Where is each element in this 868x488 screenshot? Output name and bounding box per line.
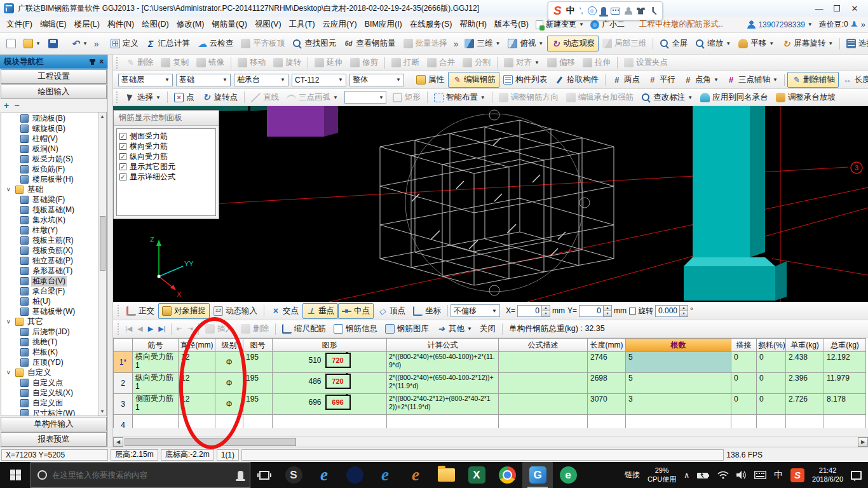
- toolbar-button[interactable]: 俯视▼: [504, 36, 547, 51]
- prev-record-button[interactable]: ◀: [135, 324, 145, 334]
- menu-item[interactable]: 构件(N): [104, 17, 138, 32]
- formula-desc-cell[interactable]: [499, 394, 588, 415]
- toolbar-grip[interactable]: [118, 305, 121, 316]
- total-weight-cell[interactable]: 11.979: [824, 373, 866, 394]
- grade-cell[interactable]: Φ: [215, 373, 243, 394]
- length-cell[interactable]: 2746: [588, 352, 626, 373]
- shape-cell[interactable]: 696696: [273, 394, 387, 415]
- tree-item[interactable]: ∨ 基础板带(W): [1, 306, 98, 316]
- toolbar-button[interactable]: 两点: [608, 72, 644, 88]
- toolbar-button[interactable]: 复制: [157, 55, 193, 71]
- diameter-cell[interactable]: [179, 415, 215, 429]
- rotate-input[interactable]: 0.000▲▼: [655, 305, 688, 317]
- toolbar-button[interactable]: 平移▼: [735, 36, 778, 51]
- toolbar-button[interactable]: 删除辅轴: [787, 72, 839, 88]
- shape-cell[interactable]: 486720: [273, 373, 387, 394]
- toolbar-button[interactable]: 屏幕旋转▼: [778, 36, 837, 51]
- toolbar-button[interactable]: 三维▼: [461, 36, 504, 51]
- snap-toggle-button[interactable]: 动态输入: [210, 303, 261, 319]
- gizmo-handle[interactable]: [489, 285, 499, 295]
- tree-item[interactable]: ∨ 柱墩(Y): [1, 225, 98, 235]
- toolbar-button[interactable]: 其他▼: [433, 321, 476, 337]
- shape-code-cell[interactable]: 195: [243, 394, 273, 415]
- diameter-cell[interactable]: 12: [179, 373, 215, 394]
- rebar-name-cell[interactable]: 侧面受力筋1: [133, 394, 179, 415]
- row-number-cell[interactable]: 2: [114, 373, 133, 394]
- sogou-tray-icon[interactable]: S: [790, 468, 804, 482]
- x-offset-input[interactable]: 0▲▼: [517, 305, 550, 317]
- toolbar-button[interactable]: 移动: [234, 55, 269, 71]
- tree-item[interactable]: ∨ 螺旋板(B): [1, 123, 98, 133]
- cost-bean[interactable]: 造价豆:0: [816, 19, 861, 30]
- toolbar-button[interactable]: 汇总计算: [142, 36, 194, 51]
- loss-cell[interactable]: 0: [757, 352, 786, 373]
- tree-item[interactable]: ∨ 板负筋(F): [1, 164, 98, 174]
- formula-desc-cell[interactable]: [499, 352, 588, 373]
- orbit-gizmo-circle[interactable]: [405, 114, 583, 292]
- taskbar-app-excel[interactable]: X: [461, 462, 492, 488]
- tree-scrollbar[interactable]: ▲ ▼: [98, 112, 106, 416]
- tree-item[interactable]: ∨ 条形基础(T): [1, 266, 98, 276]
- length-cell[interactable]: 3070: [588, 394, 626, 415]
- panel-option[interactable]: ✓ 纵向受力筋: [119, 151, 213, 161]
- formula-desc-cell[interactable]: [499, 415, 588, 429]
- toolbar-button[interactable]: 长度标注▼: [839, 72, 868, 88]
- checkbox-checked-icon[interactable]: ✓: [119, 133, 126, 140]
- formula-cell[interactable]: 2*((800-2*40)+(650-40-100))+2*(11.9*d): [387, 352, 499, 373]
- unit-weight-cell[interactable]: [786, 415, 824, 429]
- count-cell[interactable]: [626, 415, 731, 429]
- rebar-name-cell[interactable]: [133, 415, 179, 429]
- diameter-cell[interactable]: 12: [179, 394, 215, 415]
- loss-cell[interactable]: 0: [757, 394, 786, 415]
- offset-select[interactable]: 不偏移▼: [451, 304, 500, 317]
- gizmo-handle[interactable]: [489, 110, 499, 120]
- toolbar-button[interactable]: 拉伸: [579, 55, 614, 71]
- tree-item[interactable]: ∨ 现浇板(B): [1, 113, 98, 123]
- loss-cell[interactable]: 0: [757, 373, 786, 394]
- column-header[interactable]: 计算公式: [387, 339, 499, 352]
- tree-item[interactable]: ∨ 桩承台(V): [1, 276, 98, 286]
- taskbar-app-file-explorer[interactable]: [431, 462, 461, 488]
- snap-toggle-button[interactable]: 交点: [267, 303, 302, 319]
- shape-code-cell[interactable]: [243, 415, 273, 429]
- lap-cell[interactable]: 0: [731, 352, 757, 373]
- toolbar-button[interactable]: 属性: [412, 72, 448, 88]
- formula-cell[interactable]: 2*((800-2*40)+(650-40-100-2*12))+2*(11.9…: [387, 373, 499, 394]
- toolbar-button[interactable]: 调整承台放坡: [772, 90, 839, 105]
- new-button[interactable]: [3, 36, 20, 51]
- count-cell[interactable]: 3: [626, 394, 731, 415]
- next-record-button[interactable]: ▶: [146, 324, 156, 334]
- tree-item[interactable]: ∨ 自定义: [1, 367, 98, 377]
- ime-skin-icon[interactable]: [637, 8, 645, 15]
- unit-weight-cell[interactable]: 2.438: [786, 352, 824, 373]
- tree-item[interactable]: ∨ 尺寸标注(W): [1, 408, 98, 416]
- save-button[interactable]: [44, 36, 62, 51]
- touch-keyboard-icon[interactable]: [754, 471, 766, 479]
- grade-cell[interactable]: [215, 415, 243, 429]
- count-cell[interactable]: 5: [626, 352, 731, 373]
- last-record-button[interactable]: ▶|: [156, 324, 168, 334]
- tree-item[interactable]: ∨ 筏板主筋(R): [1, 235, 98, 245]
- ime-mode-chinese[interactable]: 中: [566, 5, 575, 17]
- arc-style-combobox[interactable]: ▼: [344, 91, 386, 104]
- toolbar-button[interactable]: 构件列表: [499, 72, 551, 88]
- toolbar-button[interactable]: 删除: [237, 321, 273, 337]
- tree-item[interactable]: ∨ 栏板(K): [1, 347, 98, 357]
- toolbar-button[interactable]: 批量选择: [400, 36, 451, 51]
- redo-edit-button[interactable]: ⇥: [185, 324, 196, 334]
- tree-item[interactable]: ∨ 基础: [1, 184, 98, 194]
- toolbar-button[interactable]: 三点辅轴▼: [722, 72, 782, 88]
- axis-bubble-3[interactable]: 3: [851, 162, 862, 173]
- diameter-cell[interactable]: 12: [179, 352, 215, 373]
- menu-item[interactable]: 在线服务(S): [406, 17, 456, 32]
- panel-option[interactable]: ✓ 横向受力筋: [119, 141, 213, 151]
- cpu-usage-widget[interactable]: 29%CPU使用: [648, 466, 676, 484]
- new-change-button[interactable]: 新建变更▼: [532, 19, 587, 30]
- toolbar-button[interactable]: 云检查: [194, 36, 238, 51]
- pin-icon[interactable]: [91, 59, 94, 65]
- tree-item[interactable]: ∨ 其它: [1, 316, 98, 327]
- total-weight-cell[interactable]: 12.192: [824, 352, 866, 373]
- column-header[interactable]: 根数: [626, 339, 731, 352]
- rotate-checkbox[interactable]: ✓: [629, 308, 636, 315]
- lap-cell[interactable]: [731, 415, 757, 429]
